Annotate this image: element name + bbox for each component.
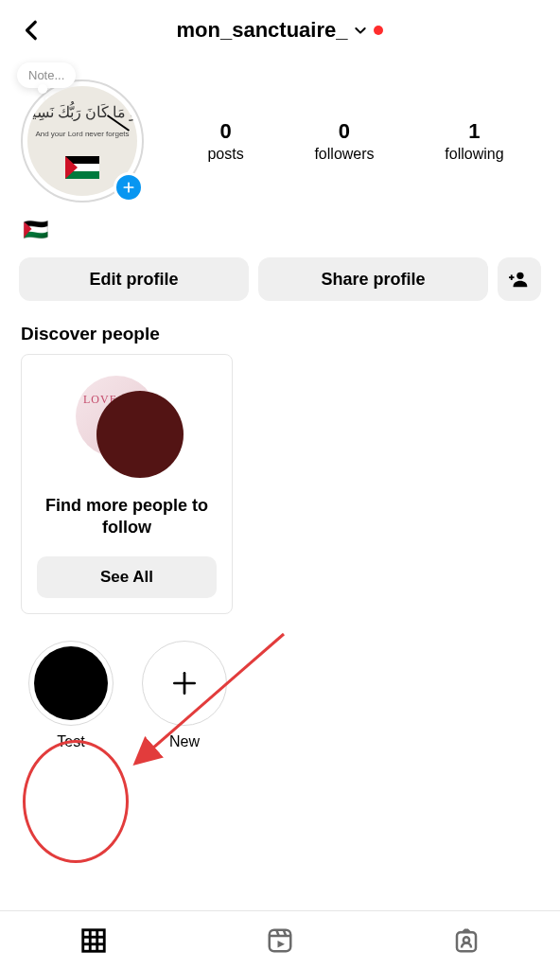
following-label: following [445, 146, 503, 163]
edit-profile-label: Edit profile [90, 270, 179, 290]
note-button[interactable]: Note... [17, 62, 76, 88]
discover-image-front [96, 391, 184, 478]
annotation-circle [23, 740, 129, 863]
plus-icon [121, 180, 136, 195]
chevron-down-icon [353, 23, 368, 38]
profile-avatar[interactable]: Note... وَ مَا كَانَ رَبُّكَ نَسِيًّا An… [21, 79, 144, 203]
profile-row: Note... وَ مَا كَانَ رَبُّكَ نَسِيًّا An… [0, 61, 560, 212]
highlight-test[interactable]: Test [28, 641, 114, 750]
avatar-english-text: And your Lord never forgets [27, 130, 137, 138]
username-switcher[interactable]: mon_sanctuaire_ [53, 18, 507, 43]
chevron-left-icon [20, 18, 44, 43]
highlight-new-label: New [169, 733, 200, 750]
header-username: mon_sanctuaire_ [177, 18, 348, 43]
highlights-row: Test New [0, 614, 560, 750]
share-profile-button[interactable]: Share profile [258, 257, 488, 301]
svg-rect-16 [270, 929, 291, 951]
back-button[interactable] [11, 9, 53, 51]
highlight-new[interactable]: New [142, 641, 227, 750]
following-value: 1 [468, 119, 480, 144]
svg-point-6 [516, 273, 523, 279]
discover-people-button[interactable] [498, 257, 541, 301]
reels-tab[interactable] [223, 911, 337, 969]
plus-icon [169, 668, 200, 698]
posts-value: 0 [219, 119, 231, 144]
bio-text: 🇵🇸 [0, 212, 560, 252]
followers-label: followers [314, 146, 374, 163]
tagged-icon [452, 926, 481, 955]
reels-icon [266, 926, 294, 955]
header-bar: mon_sanctuaire_ [0, 0, 560, 61]
discover-title: Discover people [0, 301, 560, 354]
discover-card-text: Find more people to follow [37, 495, 217, 539]
note-label: Note... [28, 68, 64, 82]
svg-marker-20 [277, 941, 285, 948]
discover-card: LOVE Find more people to follow See All [21, 354, 233, 614]
profile-tab-bar [0, 910, 560, 969]
followers-stat[interactable]: 0 followers [314, 119, 374, 163]
avatar-flag-icon [65, 156, 99, 179]
note-tail [38, 84, 47, 94]
avatar-arabic-text: وَ مَا كَانَ رَبُّكَ نَسِيًّا [27, 103, 137, 121]
notification-dot [374, 26, 383, 35]
grid-tab[interactable] [37, 911, 150, 969]
tagged-tab[interactable] [410, 911, 523, 969]
highlight-new-circle [142, 641, 227, 726]
following-stat[interactable]: 1 following [445, 119, 503, 163]
followers-value: 0 [339, 119, 350, 144]
posts-label: posts [207, 146, 243, 163]
see-all-button[interactable]: See All [37, 556, 217, 598]
add-person-icon [509, 269, 530, 290]
profile-action-row: Edit profile Share profile [0, 257, 560, 301]
add-story-button[interactable] [114, 172, 144, 203]
see-all-label: See All [100, 568, 153, 587]
highlight-label: Test [57, 733, 84, 750]
stats-row: 0 posts 0 followers 1 following [172, 119, 539, 163]
discover-images: LOVE [70, 376, 184, 478]
highlight-circle [28, 641, 114, 726]
edit-profile-button[interactable]: Edit profile [19, 257, 249, 301]
share-profile-label: Share profile [321, 270, 425, 290]
posts-stat[interactable]: 0 posts [207, 119, 243, 163]
highlight-cover [34, 646, 108, 720]
svg-rect-11 [82, 929, 104, 951]
grid-icon [79, 926, 108, 955]
